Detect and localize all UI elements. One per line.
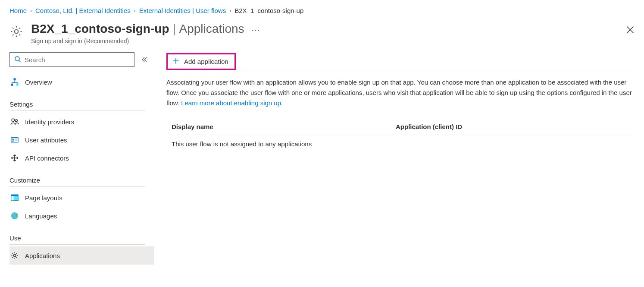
sidebar-item-identity-providers[interactable]: Identity providers [9,113,154,131]
gear-icon [10,251,19,260]
gear-icon [9,25,23,38]
sidebar-item-api-connectors[interactable]: API connectors [9,149,154,167]
add-application-button[interactable]: Add application [166,53,236,70]
sidebar-item-label: Identity providers [25,118,74,126]
page-header: B2X_1_contoso-sign-up | Applications ···… [0,19,644,52]
breadcrumb-tenant[interactable]: Contoso, Ltd. | External Identities [35,7,131,14]
add-application-label: Add application [184,58,228,65]
svg-point-15 [11,212,18,219]
chevron-right-icon: › [229,8,231,14]
svg-point-1 [15,57,19,61]
sidebar-item-page-layouts[interactable]: Page layouts [9,189,154,207]
svg-rect-11 [15,140,17,140]
svg-rect-14 [12,196,14,200]
breadcrumb: Home › Contoso, Ltd. | External Identiti… [0,0,644,19]
chevron-right-icon: › [30,8,32,14]
people-icon [10,117,19,126]
sidebar-item-label: Page layouts [25,194,63,202]
sidebar-item-label: API connectors [25,155,69,162]
svg-rect-2 [14,78,16,80]
page-section: Applications [179,22,244,35]
sidebar-search[interactable] [9,52,134,67]
sidebar-item-overview[interactable]: Overview [9,73,154,91]
column-display-name[interactable]: Display name [172,123,396,130]
breadcrumb-current: B2X_1_contoso-sign-up [234,7,303,14]
search-icon [14,56,25,64]
move-icon [10,154,19,162]
learn-more-link[interactable]: Learn more about enabling sign up. [181,99,283,107]
title-separator: | [172,22,175,35]
svg-rect-4 [16,84,19,86]
more-button[interactable]: ··· [251,26,260,35]
sitemap-icon [10,78,19,86]
breadcrumb-userflows[interactable]: External Identities | User flows [139,7,226,14]
collapse-sidebar-button[interactable] [141,56,147,63]
command-bar: Add application [166,52,635,71]
id-card-icon [10,136,19,144]
search-input[interactable] [25,56,130,63]
table-empty-row: This user flow is not assigned to any ap… [166,135,635,153]
sidebar-item-label: User attributes [25,136,67,144]
column-client-id[interactable]: Application (client) ID [396,123,462,130]
svg-point-16 [13,254,16,257]
sidebar-item-languages[interactable]: Languages [9,207,154,225]
plus-icon [172,57,180,66]
sidebar-item-label: Applications [25,252,60,259]
chevron-right-icon: › [134,8,136,14]
sidebar-section-settings: Settings [9,101,145,111]
svg-point-0 [15,30,19,34]
svg-rect-10 [15,139,17,139]
svg-point-5 [12,119,14,121]
sidebar-section-use: Use [9,234,145,245]
description-text: Associating your user flow with an appli… [166,77,635,108]
page-subtitle: Sign up and sign in (Recommended) [31,38,626,44]
page-title: B2X_1_contoso-sign-up [31,22,169,35]
svg-point-6 [15,120,17,122]
sidebar-item-user-attributes[interactable]: User attributes [9,131,154,149]
svg-rect-3 [11,84,13,86]
sidebar-item-applications[interactable]: Applications [9,246,154,265]
main-content: Add application Associating your user fl… [154,52,644,153]
sidebar: Overview Settings Identity providers Use… [0,52,154,265]
close-button[interactable] [626,25,635,34]
sidebar-item-label: Languages [25,212,57,220]
globe-icon [10,211,19,220]
svg-point-9 [12,139,14,140]
sidebar-section-customize: Customize [9,177,145,187]
layout-icon [10,193,19,202]
sidebar-item-label: Overview [25,79,52,86]
table-header: Display name Application (client) ID [166,119,635,135]
breadcrumb-home[interactable]: Home [9,7,27,14]
table-empty-message: This user flow is not assigned to any ap… [172,140,312,148]
